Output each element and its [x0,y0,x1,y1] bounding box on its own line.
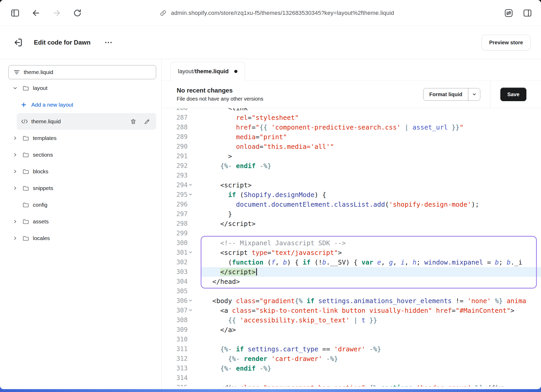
code-line-287[interactable]: 287 rel="stylesheet" [162,113,541,123]
app-header: Edit code for Dawn Preview store [0,26,541,59]
code-text: </a> [205,325,236,335]
fold-toggle-icon[interactable] [188,308,193,313]
code-text: > [205,151,232,161]
line-number: 286 [162,108,188,113]
format-dropdown-chevron-icon[interactable] [468,88,480,100]
code-line-300[interactable]: 300 <!-- Mixpanel Javascript SDK --> [162,238,541,248]
line-number: 311 [162,344,188,354]
sidebar-item-blocks[interactable]: blocks [5,163,156,180]
address-bar[interactable]: admin.shopify.com/store/rzq1xu-f5/themes… [159,9,394,17]
sidebar-toggle-icon[interactable] [9,7,21,19]
code-line-296[interactable]: 296 document.documentElement.classList.a… [162,200,541,209]
sidebar-item-config[interactable]: config [5,197,156,213]
code-text: } [205,209,232,219]
code-line-306[interactable]: 306 <body class="gradient{% if settings.… [162,296,541,306]
chevron-right-icon[interactable] [13,152,22,157]
code-line-294[interactable]: 294 <script> [162,180,541,190]
sidebar-item-add-a-new-layout[interactable]: Add a new layout [17,96,156,113]
more-options-icon[interactable] [102,39,115,46]
code-line-305[interactable]: 305 [162,286,541,296]
code-text: </head> [205,277,240,286]
fold-toggle-icon[interactable] [188,298,193,303]
code-text: {%- endif -%} [205,364,271,373]
browser-window: admin.shopify.com/store/rzq1xu-f5/themes… [0,0,541,389]
sidebar-item-templates[interactable]: templates [5,130,156,146]
reload-icon[interactable] [72,8,83,19]
code-line-307[interactable]: 307 <a class="skip-to-content-link butto… [162,306,541,315]
line-number: 305 [162,286,188,296]
chevron-right-icon[interactable] [13,236,22,241]
chevron-right-icon[interactable] [13,136,22,141]
code-line-302[interactable]: 302 (function (f, b) { if (!b.__SV) { va… [162,258,541,267]
chevron-right-icon[interactable] [13,219,22,224]
code-line-310[interactable]: 310 [162,335,541,344]
folder-icon [22,218,32,225]
code-editor[interactable]: 286 <link287 rel="stylesheet"288 href="{… [162,108,541,387]
text-cursor [256,268,257,275]
code-line-297[interactable]: 297 } [162,209,541,219]
code-line-292[interactable]: 292 {%- endif -%} [162,161,541,171]
file-search-box[interactable] [8,65,156,79]
code-line-291[interactable]: 291 > [162,151,541,161]
code-line-299[interactable]: 299 [162,229,541,238]
fold-toggle-icon[interactable] [188,182,193,187]
rename-file-icon[interactable] [144,118,150,125]
code-line-303[interactable]: 303 </script> [162,267,541,277]
line-number: 307 [162,306,188,315]
plus-icon [21,102,31,108]
back-icon[interactable] [30,7,42,19]
code-line-308[interactable]: 308 {{ 'accessibility.skip_to_text' | t … [162,315,541,325]
url-text: admin.shopify.com/store/rzq1xu-f5/themes… [171,10,394,16]
code-line-315[interactable]: 315 <div class="announcement-bar-section… [162,383,541,387]
code-line-289[interactable]: 289 media="print" [162,132,541,142]
format-liquid-button[interactable]: Format liquid [423,88,480,101]
chevron-down-icon[interactable] [13,85,22,91]
sidebar-item-snippets[interactable]: snippets [5,180,156,197]
sidebar-item-sections[interactable]: sections [5,146,156,163]
sidebar-item-label: layout [33,85,47,91]
code-line-293[interactable]: 293 [162,171,541,180]
page-title: Edit code for Dawn [34,39,90,46]
line-number: 293 [162,171,188,180]
search-input[interactable] [24,69,151,75]
tab-layout-theme-liquid[interactable]: layout/theme.liquid [170,62,245,81]
code-line-309[interactable]: 309 </a> [162,325,541,335]
line-number: 295 [162,190,188,200]
controls-divider [490,81,490,108]
folder-icon [22,85,32,91]
preview-store-button[interactable]: Preview store [482,35,531,50]
code-text: rel="stylesheet" [205,113,299,123]
line-number: 300 [162,238,188,248]
fold-toggle-icon[interactable] [188,250,193,255]
code-line-288[interactable]: 288 href="{{ 'component-predictive-searc… [162,123,541,132]
extensions-icon[interactable] [503,7,514,19]
chevron-right-icon[interactable] [13,169,22,174]
save-button[interactable]: Save [500,88,526,101]
code-line-286[interactable]: 286 <link [162,108,541,113]
forward-icon[interactable] [51,7,63,19]
sidebar-item-assets[interactable]: assets [5,213,156,230]
browser-toolbar: admin.shopify.com/store/rzq1xu-f5/themes… [0,0,541,26]
exit-code-editor-button[interactable] [13,37,23,48]
sidebar-item-theme-liquid[interactable]: theme.liquid [17,113,156,130]
code-line-311[interactable]: 311 {%- if settings.cart_type == 'drawer… [162,344,541,354]
sidebar-item-label: Add a new layout [31,102,73,108]
sidebar-item-layout[interactable]: layout [5,80,156,96]
code-line-298[interactable]: 298 </script> [162,219,541,229]
file-actions [130,118,156,125]
line-number: 291 [162,151,188,161]
code-line-314[interactable]: 314 [162,373,541,383]
sidebar-item-locales[interactable]: locales [5,230,156,247]
fold-toggle-icon[interactable] [188,192,193,197]
code-line-304[interactable]: 304 </head> [162,277,541,286]
chevron-right-icon[interactable] [13,186,22,191]
code-line-295[interactable]: 295 if (Shopify.designMode) { [162,190,541,200]
delete-file-icon[interactable] [130,118,137,125]
file-sidebar: layoutAdd a new layouttheme.liquidtempla… [0,59,162,389]
split-view-icon[interactable] [522,7,533,19]
code-line-290[interactable]: 290 onload="this.media='all'" [162,142,541,151]
line-number: 299 [162,229,188,238]
code-line-312[interactable]: 312 {%- render 'cart-drawer' -%} [162,354,541,364]
code-line-301[interactable]: 301 <script type="text/javascript"> [162,248,541,258]
code-line-313[interactable]: 313 {%- endif -%} [162,364,541,373]
